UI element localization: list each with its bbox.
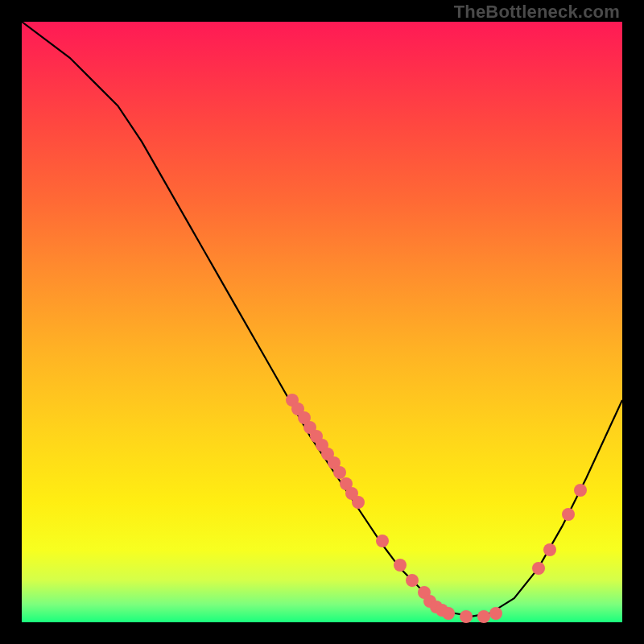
data-point <box>333 466 346 479</box>
data-point <box>394 559 407 572</box>
data-point <box>423 595 436 608</box>
data-point <box>352 496 365 509</box>
bottleneck-curve <box>22 22 622 622</box>
plot-area <box>22 22 622 622</box>
data-point <box>340 477 353 490</box>
data-point <box>303 421 316 434</box>
data-point <box>345 487 358 500</box>
chart-stage: TheBottleneck.com <box>0 0 644 644</box>
data-point <box>316 439 328 452</box>
data-point <box>442 607 455 620</box>
data-point <box>291 402 304 415</box>
data-point <box>436 604 448 617</box>
data-point <box>532 562 545 575</box>
data-point <box>543 543 556 556</box>
data-point <box>298 411 311 424</box>
data-point <box>376 535 389 547</box>
data-point <box>310 430 323 443</box>
data-point <box>321 448 334 460</box>
data-point <box>489 607 502 620</box>
data-point <box>286 394 299 407</box>
data-point <box>477 610 490 623</box>
data-point <box>406 574 419 587</box>
data-points-layer <box>22 22 622 622</box>
attribution-label: TheBottleneck.com <box>454 2 620 23</box>
data-point <box>460 610 473 623</box>
data-point <box>562 508 575 521</box>
data-point <box>574 484 587 497</box>
data-point <box>418 586 431 599</box>
data-point <box>328 456 341 469</box>
data-point <box>430 601 443 613</box>
